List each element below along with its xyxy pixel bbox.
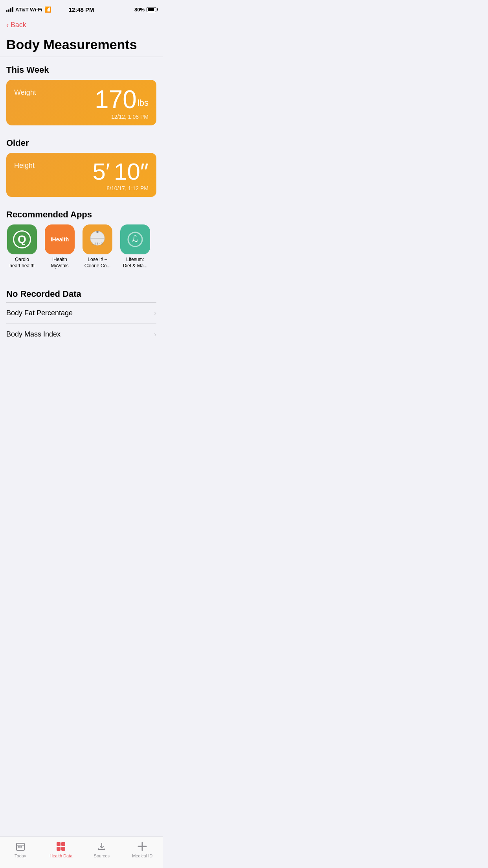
height-label: Height	[14, 162, 35, 170]
qardio-icon: Q	[7, 224, 37, 254]
back-chevron-icon: ‹	[6, 20, 9, 29]
body-fat-label: Body Fat Percentage	[6, 309, 73, 317]
svg-rect-2	[96, 231, 99, 233]
ihealth-name: iHealthMyVitals	[51, 257, 68, 269]
weight-timestamp: 12/12, 1:08 PM	[95, 114, 149, 120]
weight-value-row: 170lbs	[95, 87, 149, 112]
list-item-body-fat[interactable]: Body Fat Percentage ›	[6, 303, 156, 324]
page-title: Body Measurements	[6, 37, 156, 52]
body-fat-chevron-icon: ›	[154, 309, 156, 317]
lifesum-name: Lifesum:Diet & Ma...	[123, 257, 148, 269]
loseit-icon: 1 2 3 4 5	[83, 224, 112, 254]
list-item-bmi[interactable]: Body Mass Index ›	[6, 324, 156, 345]
loseit-name: Lose It! –Calorie Co...	[84, 257, 111, 269]
height-space	[110, 163, 114, 180]
page-header: Body Measurements	[0, 34, 163, 57]
bmi-label: Body Mass Index	[6, 330, 61, 338]
height-inches: 10″	[114, 160, 149, 184]
status-battery: 80%	[134, 7, 156, 13]
back-label: Back	[11, 21, 26, 29]
weight-value: 170	[95, 85, 137, 114]
recommended-apps-section: Recommended Apps Q Qardioheart health iH…	[0, 202, 163, 281]
wifi-icon: 📶	[44, 6, 51, 13]
nav-bar: ‹ Back	[0, 17, 163, 34]
signal-icon	[6, 7, 13, 12]
weight-unit: lbs	[138, 98, 149, 108]
this-week-title: This Week	[6, 65, 156, 75]
weight-card[interactable]: Weight 170lbs 12/12, 1:08 PM	[6, 80, 156, 125]
recommended-apps-title: Recommended Apps	[6, 210, 156, 220]
battery-icon	[147, 7, 156, 12]
status-time: 12:48 PM	[68, 6, 94, 13]
carrier-label: AT&T Wi-Fi	[15, 7, 42, 13]
weight-value-container: 170lbs 12/12, 1:08 PM	[95, 87, 149, 120]
height-timestamp: 8/10/17, 1:12 PM	[92, 185, 149, 191]
app-loseit[interactable]: 1 2 3 4 5 Lose It! –Calorie Co...	[82, 224, 113, 274]
height-card[interactable]: Height 5′ 10″ 8/10/17, 1:12 PM	[6, 153, 156, 197]
apps-scroll-container[interactable]: Q Qardioheart health iHealth iHealthMyVi…	[6, 224, 156, 278]
status-bar: AT&T Wi-Fi 📶 12:48 PM 80%	[0, 0, 163, 17]
status-carrier: AT&T Wi-Fi 📶	[6, 6, 51, 13]
lifesum-icon: ℒ	[120, 224, 150, 254]
app-lifesum[interactable]: ℒ Lifesum:Diet & Ma...	[119, 224, 151, 274]
weight-label: Weight	[14, 88, 36, 97]
bmi-chevron-icon: ›	[154, 330, 156, 338]
this-week-section: This Week Weight 170lbs 12/12, 1:08 PM	[0, 57, 163, 130]
main-content: This Week Weight 170lbs 12/12, 1:08 PM O…	[0, 57, 163, 377]
height-value-row: 5′ 10″	[92, 160, 149, 184]
svg-text:1 2 3 4 5: 1 2 3 4 5	[92, 242, 103, 245]
older-section: Older Height 5′ 10″ 8/10/17, 1:12 PM	[0, 130, 163, 202]
back-button[interactable]: ‹ Back	[6, 19, 26, 31]
no-data-title: No Recorded Data	[6, 289, 156, 299]
no-recorded-section: No Recorded Data Body Fat Percentage › B…	[0, 281, 163, 346]
qardio-name: Qardioheart health	[9, 257, 34, 269]
app-qardio[interactable]: Q Qardioheart health	[6, 224, 38, 274]
ihealth-icon: iHealth	[45, 224, 75, 254]
height-feet: 5′	[92, 160, 110, 184]
older-title: Older	[6, 138, 156, 148]
app-ihealth[interactable]: iHealth iHealthMyVitals	[44, 224, 75, 274]
battery-pct-label: 80%	[134, 7, 145, 13]
svg-text:ℒ: ℒ	[132, 234, 138, 244]
height-value-container: 5′ 10″ 8/10/17, 1:12 PM	[92, 160, 149, 191]
